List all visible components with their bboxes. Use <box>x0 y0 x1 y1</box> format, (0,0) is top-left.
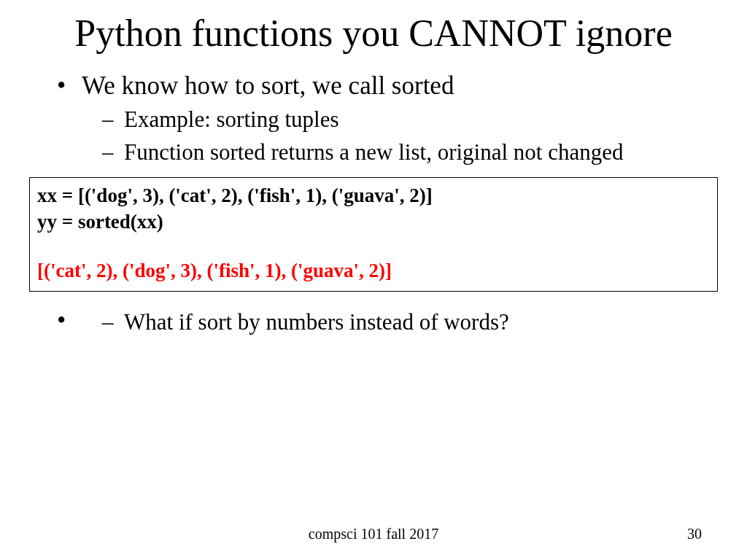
sub-bullet-item: Example: sorting tuples <box>102 105 706 134</box>
code-line: yy = sorted(xx) <box>37 209 710 235</box>
code-line: xx = [('dog', 3), ('cat', 2), ('fish', 1… <box>37 182 710 209</box>
footer-course: compsci 101 fall 2017 <box>0 526 747 542</box>
slide-body: We know how to sort, we call sorted Exam… <box>41 70 706 167</box>
slide-title: Python functions you CANNOT ignore <box>44 0 703 55</box>
sub-bullet-item: Function sorted returns a new list, orig… <box>102 138 706 167</box>
sub-bullet-item: What if sort by numbers instead of words… <box>102 308 706 337</box>
slide-body-after: . What if sort by numbers instead of wor… <box>41 305 706 336</box>
sub-bullet-list: What if sort by numbers instead of words… <box>102 308 706 337</box>
sub-bullet-text: Function sorted returns a new list, orig… <box>124 139 623 165</box>
code-example-box: xx = [('dog', 3), ('cat', 2), ('fish', 1… <box>29 177 718 292</box>
sub-bullet-text: Example: sorting tuples <box>124 106 338 132</box>
bullet-list: We know how to sort, we call sorted Exam… <box>57 70 706 167</box>
sub-bullet-list: Example: sorting tuples Function sorted … <box>102 105 706 167</box>
bullet-text: We know how to sort, we call sorted <box>82 71 454 100</box>
bullet-item: We know how to sort, we call sorted Exam… <box>57 70 706 167</box>
sub-bullet-text: What if sort by numbers instead of words… <box>124 309 509 335</box>
code-blank-line <box>37 236 710 257</box>
slide: Python functions you CANNOT ignore We kn… <box>0 0 747 560</box>
footer-page-number: 30 <box>687 526 702 542</box>
bullet-item-hidden-marker: . What if sort by numbers instead of wor… <box>57 305 706 336</box>
code-output-line: [('cat', 2), ('dog', 3), ('fish', 1), ('… <box>37 257 710 284</box>
bullet-list-continuation: . What if sort by numbers instead of wor… <box>57 305 706 336</box>
